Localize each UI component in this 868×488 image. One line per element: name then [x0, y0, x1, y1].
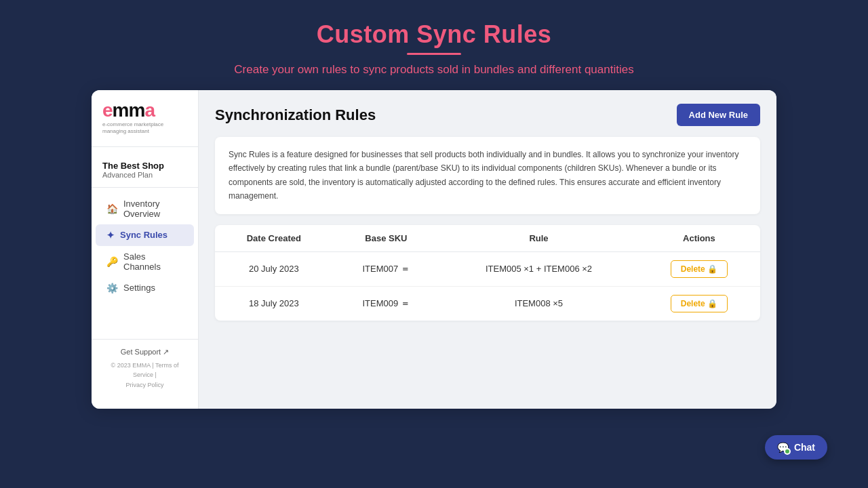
app-container: emma e-commerce marketplace managing ass…	[92, 90, 776, 409]
logo-tagline: e-commerce marketplace managing assistan…	[102, 121, 187, 136]
add-new-rule-button[interactable]: Add New Rule	[677, 104, 760, 126]
sync-rules-table: Date Created Base SKU Rule Actions 20 Ju…	[215, 225, 760, 321]
chat-online-indicator	[784, 448, 791, 455]
section-title: Synchronization Rules	[215, 106, 376, 124]
sync-icon: ✦	[106, 230, 115, 241]
sidebar: emma e-commerce marketplace managing ass…	[92, 90, 199, 409]
row1-action: Delete 🔒	[638, 251, 760, 286]
shop-name: The Best Shop	[102, 161, 187, 171]
delete-rule-1-button[interactable]: Delete 🔒	[671, 260, 728, 278]
row2-rule: ITEM008 ×5	[439, 286, 638, 321]
sidebar-item-inventory[interactable]: 🏠 Inventory Overview	[96, 193, 194, 224]
page-header: Custom Sync Rules Create your own rules …	[234, 20, 633, 77]
logo-area: emma e-commerce marketplace managing ass…	[92, 101, 198, 147]
main-content: Synchronization Rules Add New Rule Sync …	[199, 90, 776, 409]
col-rule: Rule	[439, 225, 638, 252]
row2-action: Delete 🔒	[638, 286, 760, 321]
shop-plan: Advanced Plan	[102, 171, 187, 179]
copyright: © 2023 EMMA	[111, 362, 151, 369]
privacy-link[interactable]: Privacy Policy	[125, 382, 163, 388]
delete-rule-2-button[interactable]: Delete 🔒	[671, 295, 728, 312]
key-icon: 🔑	[106, 256, 118, 267]
sidebar-item-label-settings: Settings	[123, 283, 155, 293]
title-underline	[407, 53, 461, 55]
table-row: 18 July 2023 ITEM009 ＝ ITEM008 ×5 Delete…	[215, 286, 760, 321]
col-date: Date Created	[215, 225, 333, 252]
col-actions: Actions	[638, 225, 760, 252]
logo: emma	[102, 101, 187, 120]
sidebar-footer: Get Support ↗ © 2023 EMMA | Terms of Ser…	[92, 339, 198, 398]
page-title: Custom Sync Rules	[234, 20, 633, 49]
home-icon: 🏠	[106, 203, 118, 214]
equals-icon: ＝	[401, 298, 410, 310]
footer-links: © 2023 EMMA | Terms of Service | Privacy…	[102, 361, 187, 390]
info-text: Sync Rules is a feature designed for bus…	[229, 148, 747, 203]
sidebar-item-settings[interactable]: ⚙️ Settings	[96, 277, 194, 299]
content-header: Synchronization Rules Add New Rule	[215, 104, 760, 126]
chat-icon-wrapper: 💬	[777, 442, 789, 453]
gear-icon: ⚙️	[106, 283, 118, 293]
rules-table: Date Created Base SKU Rule Actions 20 Ju…	[215, 225, 760, 321]
row2-date: 18 July 2023	[215, 286, 333, 321]
equals-icon: ＝	[401, 263, 410, 275]
row1-rule: ITEM005 ×1 + ITEM006 ×2	[439, 251, 638, 286]
get-support-link[interactable]: Get Support ↗	[102, 348, 187, 357]
sidebar-item-sales-channels[interactable]: 🔑 Sales Channels	[96, 246, 194, 277]
table-row: 20 July 2023 ITEM007 ＝ ITEM005 ×1 + ITEM…	[215, 251, 760, 286]
sidebar-item-sync-rules[interactable]: ✦ Sync Rules	[96, 224, 194, 246]
row1-date: 20 July 2023	[215, 251, 333, 286]
chat-label: Chat	[794, 442, 815, 453]
page-subtitle: Create your own rules to sync products s…	[234, 63, 633, 77]
table-header-row: Date Created Base SKU Rule Actions	[215, 225, 760, 252]
row1-base-sku: ITEM007 ＝	[333, 251, 439, 286]
shop-info: The Best Shop Advanced Plan	[92, 155, 198, 188]
row2-base-sku: ITEM009 ＝	[333, 286, 439, 321]
sidebar-item-label-inventory: Inventory Overview	[123, 199, 183, 219]
chat-button[interactable]: 💬 Chat	[765, 435, 827, 460]
sidebar-item-label-sync: Sync Rules	[120, 230, 167, 240]
info-box: Sync Rules is a feature designed for bus…	[215, 137, 760, 214]
col-base-sku: Base SKU	[333, 225, 439, 252]
sidebar-item-label-sales: Sales Channels	[123, 251, 183, 272]
